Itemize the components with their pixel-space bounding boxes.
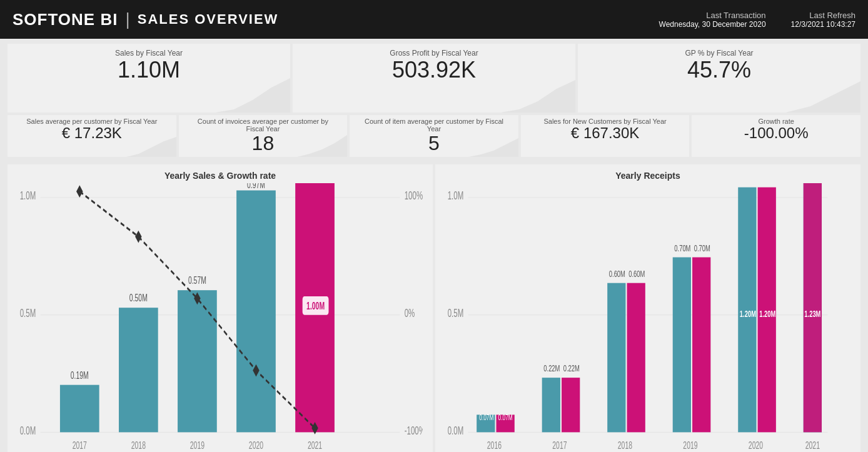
svg-text:0.60M: 0.60M [628,269,645,279]
svg-marker-4 [297,135,347,157]
svg-marker-5 [468,138,518,157]
svg-text:1.20M: 1.20M [759,309,775,319]
svg-text:1.20M: 1.20M [740,309,756,319]
svg-text:0.70M: 0.70M [694,243,710,254]
bar-r-2017-forecast [562,378,580,432]
last-refresh-label: Last Refresh [791,11,855,20]
kpi-gpp-label: GP % by Fiscal Year [588,49,850,58]
chart-yearly-receipts: Yearly Receipts 1.0M 0.5M 0.0M 0.07M 0.0… [435,164,860,452]
svg-text:2019: 2019 [190,440,204,451]
kpi-growth-rate: Growth rate -100.00% [692,115,860,157]
svg-text:2020: 2020 [749,440,763,451]
svg-marker-1 [500,80,575,113]
chart-left-title: Yearly Sales & Growth rate [18,171,423,181]
svg-text:0.22M: 0.22M [543,363,560,374]
kpi-new-cust-value: € 167.30K [531,125,680,141]
kpi-avg-customer: Sales average per customer by Fiscal Yea… [8,115,176,157]
kpi-sales-fiscal: Sales by Fiscal Year 1.10M [8,44,290,113]
svg-text:100%: 100% [405,189,423,202]
svg-text:-100%: -100% [405,424,423,436]
bar-2017-actual [60,385,99,433]
svg-text:0.22M: 0.22M [563,363,580,374]
kpi-invoices-avg: Count of invoices average per customer b… [179,115,348,157]
svg-text:2018: 2018 [618,440,632,451]
svg-text:0%: 0% [405,306,415,319]
last-transaction-value: Wednesday, 30 December 2020 [659,20,766,29]
bar-r-2019-actual [673,258,691,433]
chart-right-svg: 1.0M 0.5M 0.0M 0.07M 0.07M 2016 0.22M 0.… [445,183,850,451]
header-divider: | [125,9,129,29]
svg-text:2021: 2021 [805,440,820,451]
svg-text:2016: 2016 [487,440,502,451]
svg-text:1.20M: 1.20M [740,183,756,186]
svg-text:0.97M: 0.97M [247,183,265,191]
svg-text:1.20M: 1.20M [759,183,775,186]
diamond-2018 [135,231,141,243]
bar-2019-actual [178,290,217,432]
page-title: SALES OVERVIEW [138,11,279,28]
svg-text:2020: 2020 [249,440,263,451]
bar-2020-actual [236,191,276,433]
kpi-gross-profit: Gross Profit by Fiscal Year 503.92K [293,44,575,113]
kpi-inv-avg-label: Count of invoices average per customer b… [189,118,338,133]
svg-text:0.07M: 0.07M [498,413,513,421]
chart-left-area: 1.0M 0.5M 0.0M 100% 0% -100% 0.19M 2017 … [18,183,423,451]
svg-marker-3 [126,137,176,157]
kpi-item-avg-label: Count of item average per customer by Fi… [360,118,508,133]
chart-right-title: Yearly Receipts [445,171,850,181]
svg-marker-0 [215,78,290,113]
svg-text:0.5M: 0.5M [20,306,36,319]
kpi-sales-label: Sales by Fiscal Year [18,49,280,58]
svg-text:1.23M: 1.23M [804,309,820,319]
bar-r-2021-forecast [804,183,822,432]
svg-text:0.5M: 0.5M [448,306,464,319]
bar-r-2018-forecast [627,283,645,433]
header-left: SOFTONE BI | SALES OVERVIEW [13,9,278,29]
svg-text:1.0M: 1.0M [20,189,36,202]
bar-r-2018-actual [607,283,625,433]
bar-r-2019-forecast [692,258,710,433]
kpi-gp-percent: GP % by Fiscal Year 45.7% [578,44,860,113]
kpi-item-avg: Count of item average per customer by Fi… [350,115,518,157]
kpi-row-2: Sales average per customer by Fiscal Yea… [8,115,860,157]
svg-text:0.50M: 0.50M [129,293,148,304]
svg-text:0.0M: 0.0M [448,424,464,436]
last-refresh: Last Refresh 12/3/2021 10:43:27 [791,11,855,29]
header-meta: Last Transaction Wednesday, 30 December … [659,11,855,29]
chart-right-area: 1.0M 0.5M 0.0M 0.07M 0.07M 2016 0.22M 0.… [445,183,850,451]
diamond-2017 [76,185,83,198]
svg-text:2017: 2017 [73,440,87,451]
svg-text:2021: 2021 [308,440,322,451]
svg-text:2018: 2018 [131,440,146,451]
kpi-section: Sales by Fiscal Year 1.10M Gross Profit … [0,39,868,159]
brand-name: SOFTONE BI [13,10,118,29]
svg-text:1.00M: 1.00M [306,301,325,312]
kpi-growth-value: -100.00% [702,125,850,141]
last-transaction-label: Last Transaction [659,11,766,20]
bar-r-2017-actual [542,378,560,432]
svg-text:0.19M: 0.19M [71,370,89,381]
svg-text:0.07M: 0.07M [479,413,493,421]
svg-text:0.57M: 0.57M [188,275,206,286]
svg-text:2019: 2019 [683,440,697,451]
svg-text:0.0M: 0.0M [20,424,36,436]
kpi-gp-label: Gross Profit by Fiscal Year [303,49,565,58]
kpi-new-customers: Sales for New Customers by Fiscal Year €… [521,115,690,157]
charts-section: Yearly Sales & Growth rate 1.0M 0.5M 0.0… [0,159,868,452]
svg-text:2017: 2017 [552,440,567,451]
chart-left-svg: 1.0M 0.5M 0.0M 100% 0% -100% 0.19M 2017 … [18,183,423,451]
last-refresh-value: 12/3/2021 10:43:27 [791,20,855,29]
bar-2018-actual [119,308,158,432]
svg-text:1.0M: 1.0M [448,189,464,202]
svg-text:0.70M: 0.70M [674,243,690,254]
last-transaction: Last Transaction Wednesday, 30 December … [659,11,766,29]
svg-text:0.60M: 0.60M [609,269,625,279]
app-header: SOFTONE BI | SALES OVERVIEW Last Transac… [0,0,868,39]
chart-yearly-sales: Yearly Sales & Growth rate 1.0M 0.5M 0.0… [8,164,433,452]
svg-marker-2 [785,81,860,113]
kpi-row-1: Sales by Fiscal Year 1.10M Gross Profit … [8,44,860,113]
